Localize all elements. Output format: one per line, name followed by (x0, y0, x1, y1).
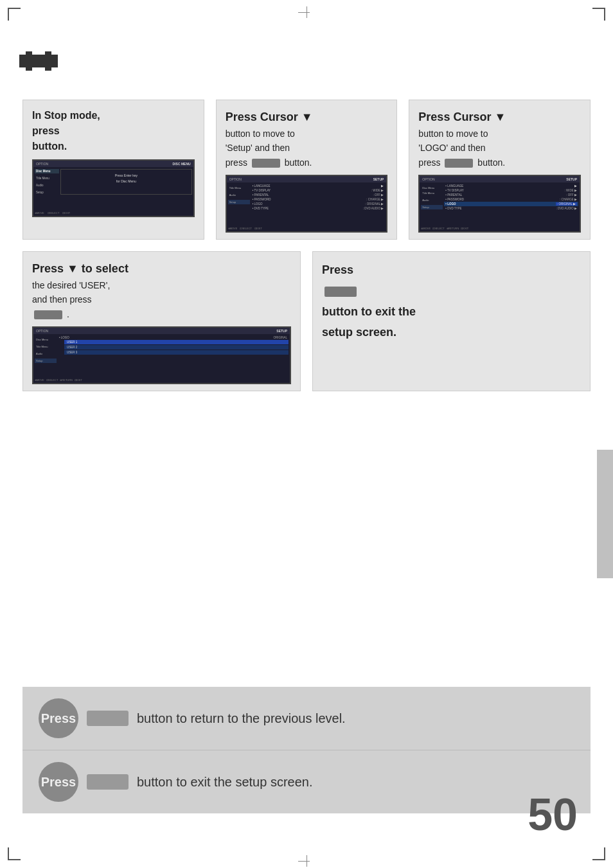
corner-mark-bl (8, 847, 21, 860)
svg-rect-0 (19, 55, 26, 61)
step-3-text: Press Cursor ▼ button to move to 'LOGO' … (418, 108, 581, 170)
corner-mark-tl (8, 8, 21, 21)
screen-mockup-2: OPTION SETUP Title Menu Audio Setup • LA… (226, 175, 388, 233)
step-2-box: Press Cursor ▼ button to move to 'Setup'… (216, 100, 398, 240)
step-5-text: Press button to exit the setup screen. (322, 260, 581, 343)
instruction-text-2: button to exit the setup screen. (137, 773, 313, 791)
screen-mockup-1: OPTION DISC MENU Disc Menu Title Menu Au… (32, 159, 195, 217)
press-circle-2: Press (39, 762, 78, 802)
svg-rect-2 (26, 51, 32, 58)
svg-rect-8 (39, 61, 45, 67)
svg-rect-6 (32, 61, 39, 67)
logo-area (19, 51, 61, 83)
page-number: 50 (528, 792, 578, 837)
press-circle-1: Press (39, 698, 78, 738)
right-accent-bar (597, 450, 613, 578)
bottom-instructions-area: Press button to return to the previous l… (22, 687, 591, 813)
screen-mockup-4: OPTION SETUP Disc Menu Title Menu Audio … (32, 326, 291, 384)
instruction-row-1: Press button to return to the previous l… (22, 687, 591, 750)
svg-rect-4 (26, 64, 32, 71)
screen-mockup-3: OPTION SETUP Disc Menu Title Menu Audio … (418, 175, 581, 233)
svg-rect-3 (26, 58, 32, 64)
svg-rect-9 (45, 51, 51, 58)
step-2-text: Press Cursor ▼ button to move to 'Setup'… (226, 108, 388, 170)
step-3-box: Press Cursor ▼ button to move to 'LOGO' … (409, 100, 591, 240)
instruction-text-1: button to return to the previous level. (137, 709, 346, 727)
svg-rect-1 (19, 61, 26, 67)
svg-rect-7 (39, 55, 45, 61)
instruction-row-2: Press button to exit the setup screen. (22, 750, 591, 813)
svg-rect-12 (51, 55, 58, 61)
logo-icon (19, 51, 61, 80)
step-4-box: Press ▼ to select the desired 'USER', an… (22, 251, 301, 391)
svg-rect-5 (32, 55, 39, 61)
corner-mark-tr (592, 8, 605, 21)
svg-rect-11 (45, 64, 51, 71)
svg-rect-13 (51, 61, 58, 67)
crosshair-top (303, 6, 310, 13)
step-1-box: In Stop mode, press button. OPTION DISC … (22, 100, 204, 240)
svg-rect-10 (45, 58, 51, 64)
step-5-box: Press button to exit the setup screen. (312, 251, 591, 391)
corner-mark-br (592, 847, 605, 860)
step-1-text: In Stop mode, press button. (32, 108, 195, 154)
crosshair-bottom (303, 855, 310, 862)
step-4-text: Press ▼ to select the desired 'USER', an… (32, 260, 291, 321)
